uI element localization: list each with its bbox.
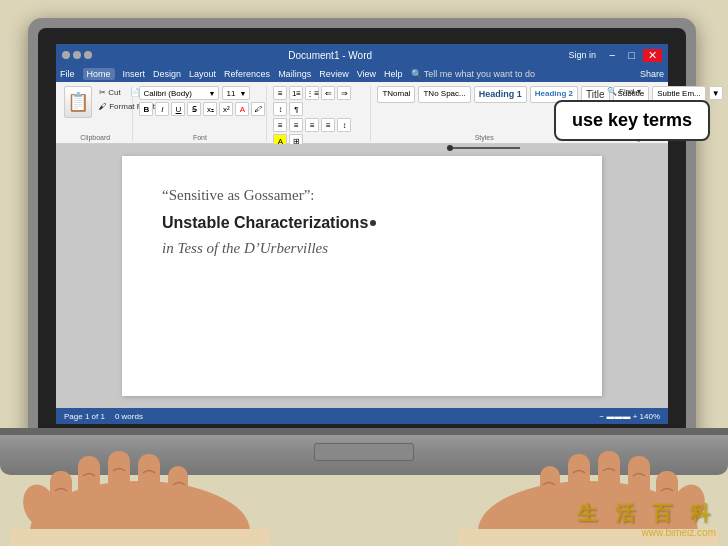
bold-btn[interactable]: B [139,102,153,116]
document-area: “Sensitive as Gossamer”: Unstable Charac… [56,144,668,408]
watermark: 生 活 百 科 www.bimeiz.com [577,500,716,538]
bullets-btn[interactable]: ≡ [273,86,287,100]
style-normal[interactable]: TNomal [377,86,415,103]
quick-access-3 [84,51,92,59]
indent-decrease-btn[interactable]: ⇐ [321,86,335,100]
find-btn[interactable]: 🔍 Find ▾ [604,86,644,97]
font-size-dropdown[interactable]: 11 ▼ [222,86,250,100]
align-center-btn[interactable]: ≡ [289,118,303,132]
svg-rect-7 [168,466,188,534]
document-page[interactable]: “Sensitive as Gossamer”: Unstable Charac… [122,156,602,396]
clipboard-label: Clipboard [64,134,126,141]
dropdown-chevron: ▼ [209,90,216,97]
screen-bezel: Document1 - Word Sign in − □ ✕ File Home… [38,28,686,438]
svg-rect-4 [78,456,100,536]
tell-me-search[interactable]: 🔍 Tell me what you want to do [411,69,535,79]
close-btn[interactable]: ✕ [643,49,662,62]
window-title: Document1 - Word [98,50,562,61]
indent-increase-btn[interactable]: ⇒ [337,86,351,100]
menu-home[interactable]: Home [83,68,115,80]
font-name-row: Calibri (Body) ▼ 11 ▼ [139,86,250,100]
multilevel-btn[interactable]: ⋮≡ [305,86,319,100]
paste-button[interactable]: 📋 [64,86,92,118]
cut-btn[interactable]: ✂ Cut [95,86,125,99]
italic-btn[interactable]: I [155,102,169,116]
svg-rect-15 [540,466,560,534]
svg-rect-6 [138,454,160,534]
doc-line1: “Sensitive as Gossamer”: [162,186,562,206]
doc-line3: in Tess of the D’Urbervilles [162,239,562,259]
menu-mailings[interactable]: Mailings [278,69,311,79]
strikethrough-btn[interactable]: S̶ [187,102,201,116]
style-heading1[interactable]: Heading 1 [474,86,527,103]
menu-bar: File Home Insert Design Layout Reference… [56,66,668,82]
window-controls: − □ ✕ [604,49,662,62]
underline-btn[interactable]: U [171,102,185,116]
format-buttons-row: B I U S̶ x₂ x² A 🖊 [139,102,265,116]
menu-layout[interactable]: Layout [189,69,216,79]
laptop-shell: Document1 - Word Sign in − □ ✕ File Home… [28,18,696,448]
size-chevron: ▼ [240,90,247,97]
highlight-btn[interactable]: 🖊 [251,102,265,116]
share-btn[interactable]: Share [640,69,664,79]
menu-insert[interactable]: Insert [123,69,146,79]
svg-rect-5 [108,451,130,533]
menu-help[interactable]: Help [384,69,403,79]
font-family-dropdown[interactable]: Calibri (Body) ▼ [139,86,219,100]
style-nospacing[interactable]: TNo Spac... [418,86,470,103]
sign-in-label[interactable]: Sign in [568,50,596,60]
watermark-url: www.bimeiz.com [642,527,716,538]
doc-line2: Unstable Characterizations [162,212,562,234]
menu-file[interactable]: File [60,69,75,79]
font-label: Font [139,134,260,141]
numbering-btn[interactable]: 1≡ [289,86,303,100]
quick-access-1 [62,51,70,59]
sort-btn[interactable]: ↕ [273,102,287,116]
styles-more-btn[interactable]: ▼ [709,86,723,100]
font-group: Calibri (Body) ▼ 11 ▼ B I U S̶ x₂ [137,86,267,141]
subscript-btn[interactable]: x₂ [203,102,217,116]
menu-view[interactable]: View [357,69,376,79]
watermark-chinese: 生 活 百 科 [577,500,716,527]
quick-access-2 [73,51,81,59]
callout-box: use key terms [554,100,710,141]
align-right-btn[interactable]: ≡ [305,118,319,132]
align-justify-btn[interactable]: ≡ [321,118,335,132]
menu-review[interactable]: Review [319,69,349,79]
text-color-btn[interactable]: A [235,102,249,116]
line-spacing-btn[interactable]: ↕ [337,118,351,132]
show-marks-btn[interactable]: ¶ [289,102,303,116]
svg-rect-9 [10,529,270,546]
menu-references[interactable]: References [224,69,270,79]
paragraph-group: ≡ 1≡ ⋮≡ ⇐ ⇒ ↕ ¶ ≡ ≡ ≡ ≡ ↕ A [271,86,371,141]
clipboard-group: 📋 ✂ Cut 📄 Copy 🖌 Format Painter Clipboar… [62,86,133,141]
bullet-dot [370,220,376,226]
minimize-btn[interactable]: − [604,49,620,62]
superscript-btn[interactable]: x² [219,102,233,116]
align-left-btn[interactable]: ≡ [273,118,287,132]
title-bar: Document1 - Word Sign in − □ ✕ [56,44,668,66]
left-hand [10,411,270,546]
restore-btn[interactable]: □ [623,49,640,62]
menu-design[interactable]: Design [153,69,181,79]
trackpad[interactable] [314,443,414,461]
